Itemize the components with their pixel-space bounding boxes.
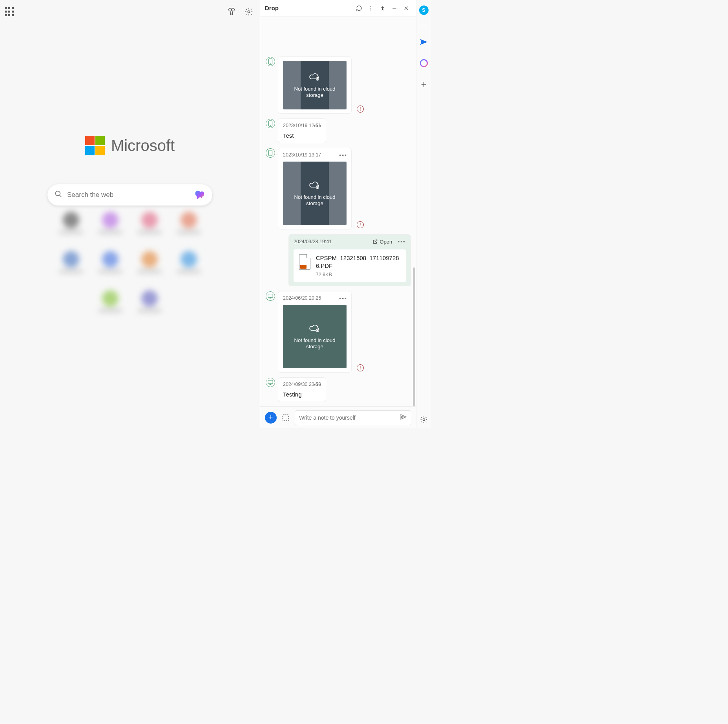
add-sidebar-icon[interactable] <box>418 79 429 90</box>
svg-point-33 <box>420 60 427 67</box>
error-icon: ! <box>357 106 364 113</box>
svg-rect-32 <box>283 415 289 420</box>
drop-message-row: 2024/03/23 19:41Open•••CPSPM_12321508_17… <box>266 235 411 286</box>
pdf-file-icon <box>299 254 310 270</box>
image-thumbnail: Not found in cloud storage <box>283 305 347 368</box>
compose-box[interactable] <box>295 410 411 425</box>
file-card[interactable]: CPSPM_12321508_1711097286.PDF72.9KB <box>294 249 406 282</box>
close-icon[interactable] <box>401 3 411 13</box>
search-icon <box>55 190 62 200</box>
phone-device-icon <box>266 119 275 128</box>
microsoft-logo-icon <box>85 136 105 155</box>
quick-link-tile[interactable] <box>61 251 81 278</box>
error-icon: ! <box>357 221 364 228</box>
drop-message-row: 2023/10/19 13:17•••Not found in cloud st… <box>266 148 411 229</box>
drop-file-bubble[interactable]: 2024/03/23 19:41Open•••CPSPM_12321508_17… <box>289 235 411 286</box>
timestamp: 2023/10/19 13:17 <box>283 152 347 158</box>
copilot-icon[interactable] <box>194 189 205 200</box>
drop-message-row: Not found in cloud storage! <box>266 57 411 113</box>
svg-point-3 <box>56 191 60 196</box>
quick-link-tile[interactable] <box>140 251 159 278</box>
phone-device-icon <box>266 148 275 158</box>
brand-text: Microsoft <box>111 137 175 155</box>
error-icon: ! <box>357 364 364 371</box>
sidebar-divider <box>419 26 429 26</box>
drop-header: Drop <box>260 0 416 16</box>
file-size: 72.9KB <box>316 272 400 277</box>
image-thumbnail: Not found in cloud storage <box>283 61 347 109</box>
drop-compose: + <box>260 406 416 428</box>
more-icon[interactable]: ••• <box>314 123 322 129</box>
send-icon[interactable] <box>400 413 407 422</box>
svg-point-2 <box>248 11 250 13</box>
open-link[interactable]: Open <box>372 239 392 245</box>
not-found-label: Not found in cloud storage <box>283 337 347 350</box>
quick-link-tile[interactable] <box>100 290 120 318</box>
svg-point-5 <box>370 6 371 7</box>
drop-message-row: 2024/06/20 20:25•••Not found in cloud st… <box>266 291 411 372</box>
not-found-label: Not found in cloud storage <box>283 194 347 207</box>
settings-icon[interactable] <box>244 7 254 16</box>
drop-message-row: 2023/10/19 12:51•••Test <box>266 119 411 143</box>
compose-input[interactable] <box>299 415 398 421</box>
drop-message-row: 2024/09/30 23:50•••Testing <box>266 378 411 402</box>
svg-point-0 <box>229 8 232 11</box>
message-text: Test <box>283 132 321 139</box>
quick-link-tile[interactable] <box>179 212 199 239</box>
svg-rect-29 <box>268 380 273 384</box>
not-found-label: Not found in cloud storage <box>283 86 347 99</box>
svg-point-1 <box>232 8 234 11</box>
add-button[interactable]: + <box>265 412 277 424</box>
more-icon[interactable]: ••• <box>314 382 322 388</box>
drop-text-bubble[interactable]: 2024/09/30 23:50•••Testing <box>278 378 326 402</box>
image-thumbnail: Not found in cloud storage <box>283 162 347 225</box>
more-icon[interactable]: ••• <box>339 152 347 158</box>
quick-link-tile[interactable] <box>61 212 81 239</box>
message-text: Testing <box>283 391 321 398</box>
refresh-icon[interactable] <box>354 3 364 13</box>
edge-sidebar: S <box>416 0 431 428</box>
search-box[interactable] <box>47 184 212 206</box>
quick-link-tile[interactable] <box>100 251 120 278</box>
drop-panel: Drop Not found in cloud storage!2023/10/… <box>260 0 416 428</box>
copilot-sidebar-icon[interactable] <box>418 58 429 69</box>
quick-link-tile[interactable] <box>140 212 159 239</box>
svg-point-36 <box>423 419 425 421</box>
cloud-error-icon <box>309 323 320 334</box>
skype-icon[interactable]: S <box>418 5 429 16</box>
cloud-error-icon <box>309 180 320 191</box>
drop-image-bubble[interactable]: 2023/10/19 13:17•••Not found in cloud st… <box>278 148 351 229</box>
brand-row: Microsoft <box>0 136 260 155</box>
cloud-error-icon <box>309 72 320 83</box>
screenshot-icon[interactable] <box>281 413 291 423</box>
more-icon[interactable] <box>366 3 376 13</box>
more-icon[interactable]: ••• <box>398 238 406 245</box>
more-icon[interactable]: ••• <box>339 295 347 302</box>
drop-image-bubble[interactable]: 2024/06/20 20:25•••Not found in cloud st… <box>278 291 351 372</box>
drop-text-bubble[interactable]: 2023/10/19 12:51•••Test <box>278 119 326 143</box>
minimize-icon[interactable] <box>389 3 400 13</box>
phone-device-icon <box>266 57 275 66</box>
quick-link-tile[interactable] <box>100 212 120 239</box>
rewards-icon[interactable] <box>227 7 236 16</box>
svg-line-4 <box>60 195 62 197</box>
desktop-device-icon <box>266 291 275 301</box>
svg-point-7 <box>370 9 371 10</box>
timestamp: 2024/06/20 20:25 <box>283 295 347 301</box>
sidebar-settings-icon[interactable] <box>418 414 429 425</box>
quick-link-tile[interactable] <box>179 251 199 278</box>
drop-stream: Not found in cloud storage!2023/10/19 12… <box>260 16 416 406</box>
pin-icon[interactable] <box>378 3 388 13</box>
apps-launcher-icon[interactable] <box>5 7 14 16</box>
svg-point-6 <box>370 7 371 8</box>
top-icons <box>5 7 255 18</box>
timestamp: 2024/03/23 19:41 <box>294 239 372 244</box>
search-input[interactable] <box>67 191 194 199</box>
drop-image-bubble[interactable]: Not found in cloud storage <box>278 57 351 113</box>
file-name: CPSPM_12321508_1711097286.PDF <box>316 254 400 269</box>
quick-link-tile[interactable] <box>140 290 159 318</box>
quick-links-tiles <box>44 212 216 318</box>
svg-rect-23 <box>268 294 273 298</box>
drop-sidebar-icon[interactable] <box>418 36 429 47</box>
drop-title: Drop <box>265 5 352 11</box>
